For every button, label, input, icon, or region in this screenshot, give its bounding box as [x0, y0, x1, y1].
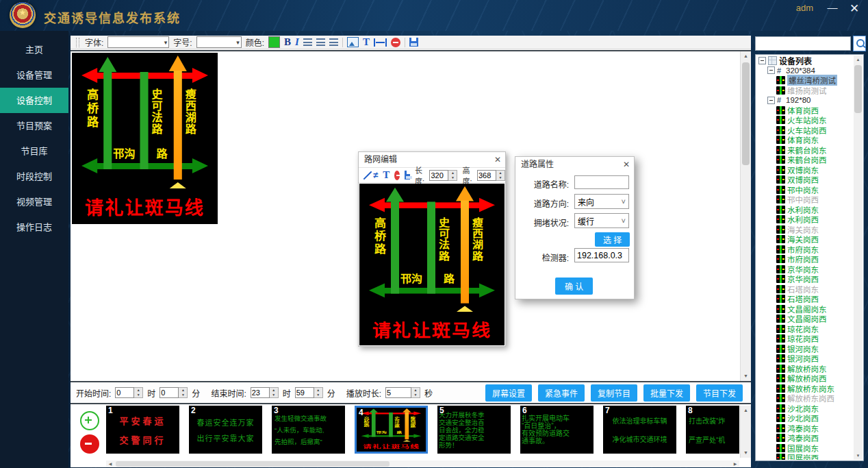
action-button-2[interactable]: 紧急事件 [538, 384, 585, 402]
text-tool-icon[interactable]: T [363, 36, 370, 48]
tree-item-label[interactable]: 192*80 [786, 96, 810, 104]
scroll-right-arrow[interactable]: ▶ [731, 460, 739, 467]
program-thumb-8[interactable]: 8打击改装“炸严查严处“机 [686, 406, 739, 454]
road-tool-icon[interactable] [373, 170, 378, 180]
detector-input[interactable] [574, 248, 629, 262]
sidebar-item-8[interactable]: 操作日志 [0, 214, 68, 240]
start-hour-spinner[interactable] [115, 387, 143, 398]
tree-expander-icon[interactable] [758, 57, 766, 64]
tree-scrollbar[interactable]: ▲ ▼ [854, 56, 863, 460]
sidebar-item-2[interactable]: 设备管理 [0, 62, 68, 88]
bold-button[interactable]: B [284, 36, 291, 48]
end-minute-input[interactable] [295, 387, 314, 398]
start-minute-spinner[interactable] [159, 387, 188, 398]
save-icon[interactable] [405, 171, 410, 180]
align-right-icon[interactable] [329, 38, 338, 46]
tree-item-label[interactable]: 320*384 [786, 66, 815, 75]
spin-down[interactable] [496, 175, 505, 180]
congestion-select[interactable]: 缓行 [574, 213, 629, 228]
font-size-select[interactable] [196, 36, 242, 48]
duration-input[interactable] [385, 387, 411, 398]
minimize-button[interactable] [826, 1, 839, 13]
device-search-input[interactable] [755, 36, 851, 51]
logged-in-user[interactable]: adm [796, 3, 813, 13]
road-name-input[interactable] [574, 175, 629, 189]
sidebar-item-1[interactable]: 主页 [0, 37, 68, 62]
action-button-5[interactable]: 节目下发 [696, 384, 743, 402]
spin-up[interactable] [496, 171, 505, 175]
tree-item-label[interactable]: 国展岗西 [787, 452, 819, 460]
scroll-up-arrow[interactable]: ▲ [741, 406, 751, 415]
action-button-1[interactable]: 屏幕设置 [485, 384, 532, 402]
spin-down[interactable] [270, 393, 278, 397]
spin-down[interactable] [411, 393, 420, 397]
height-input[interactable] [477, 170, 496, 181]
tree-expander-icon[interactable] [767, 97, 775, 104]
length-input[interactable] [429, 170, 448, 181]
duration-spinner[interactable] [385, 387, 420, 398]
scroll-up-arrow[interactable]: ▲ [854, 56, 863, 64]
start-hour-input[interactable] [115, 387, 134, 398]
sidebar-item-7[interactable]: 视频管理 [0, 189, 68, 214]
preview-roadmap[interactable]: 高桥路 史可法路 瘦西湖路 邗沟 路 请礼让斑马线 [72, 53, 218, 224]
height-spinner[interactable] [477, 170, 505, 181]
sidebar-item-5[interactable]: 节目库 [0, 138, 68, 164]
end-hour-input[interactable] [251, 387, 270, 398]
add-program-button[interactable] [80, 411, 99, 430]
spin-up[interactable] [448, 171, 457, 175]
scroll-down-arrow[interactable]: ▼ [741, 448, 751, 458]
italic-button[interactable]: I [295, 36, 299, 48]
spin-down[interactable] [448, 175, 457, 180]
end-hour-spinner[interactable] [251, 387, 279, 398]
program-thumb-4[interactable]: 4 高桥路 史可法路 瘦西湖路 邗沟 路 请礼让斑马线 [355, 406, 428, 454]
spin-down[interactable] [179, 393, 187, 397]
program-thumb-5[interactable]: 5大力开展秋冬季交通安全整治百日会战，全力稳定道路交通安全形势！ [437, 406, 511, 454]
save-icon[interactable] [409, 38, 418, 47]
spin-down[interactable] [134, 393, 142, 397]
align-center-icon[interactable] [316, 38, 325, 46]
close-button[interactable] [847, 1, 861, 16]
spin-up[interactable] [134, 388, 142, 393]
program-thumb-6[interactable]: 6扎实开展电动车“百日整治”，有效预防道路交通事故。 [520, 406, 593, 454]
spin-up[interactable] [270, 388, 278, 393]
remove-program-button[interactable] [80, 434, 99, 454]
scroll-thumb[interactable] [116, 461, 390, 467]
scroll-down-arrow[interactable]: ▼ [741, 371, 751, 381]
confirm-button[interactable]: 确 认 [555, 278, 593, 295]
text-tool-icon[interactable]: T [383, 169, 390, 181]
dialog-close-icon[interactable] [494, 152, 501, 167]
tree-item-label[interactable]: 维扬岗测试 [787, 85, 827, 96]
dialog-titlebar[interactable]: 路网编辑 [359, 152, 505, 167]
insert-image-icon[interactable] [347, 37, 359, 47]
program-thumb-3[interactable]: 3发生轻微交通事故“人未伤，车能动,先拍照，后撤离” [272, 406, 345, 454]
align-left-icon[interactable] [303, 38, 312, 46]
scroll-down-arrow[interactable]: ▼ [854, 452, 863, 460]
scroll-up-arrow[interactable]: ▲ [741, 51, 751, 61]
action-button-3[interactable]: 复制节目 [591, 384, 637, 402]
program-horizontal-scrollbar[interactable]: ◀ ▶ [106, 460, 739, 467]
scroll-thumb[interactable] [742, 62, 750, 165]
spacing-icon[interactable] [374, 38, 387, 47]
select-button[interactable]: 选 择 [595, 232, 630, 247]
dialog-roadmap[interactable]: 高桥路 史可法路 瘦西湖路 邗沟 路 请礼让斑马线 [359, 184, 505, 345]
spin-up[interactable] [314, 388, 322, 393]
tree-expander-icon[interactable] [767, 66, 775, 74]
line-tool-icon[interactable] [363, 171, 368, 180]
dialog-titlebar[interactable]: 道路属性 [515, 157, 634, 172]
canvas-vertical-scrollbar[interactable]: ▲ ▼ [740, 51, 751, 381]
program-thumb-7[interactable]: 7依法治理非标车辆净化城市交通环境 [603, 406, 676, 454]
length-spinner[interactable] [429, 170, 457, 181]
dialog-close-icon[interactable] [623, 157, 630, 172]
spin-up[interactable] [179, 388, 187, 393]
tree-item-label[interactable]: 设备列表 [779, 56, 812, 66]
road-direction-select[interactable]: 来向 [574, 194, 629, 209]
color-swatch[interactable] [268, 36, 280, 48]
start-minute-input[interactable] [159, 387, 179, 398]
stop-icon[interactable] [391, 38, 400, 47]
action-button-4[interactable]: 批量下发 [643, 384, 690, 402]
spin-up[interactable] [411, 388, 420, 393]
scroll-thumb[interactable] [854, 65, 862, 113]
sidebar-item-3[interactable]: 设备控制 [0, 88, 68, 113]
program-vertical-scrollbar[interactable]: ▲ ▼ [740, 406, 751, 458]
program-thumb-2[interactable]: 2春运安全连万家出行平安靠大家 [189, 406, 262, 454]
